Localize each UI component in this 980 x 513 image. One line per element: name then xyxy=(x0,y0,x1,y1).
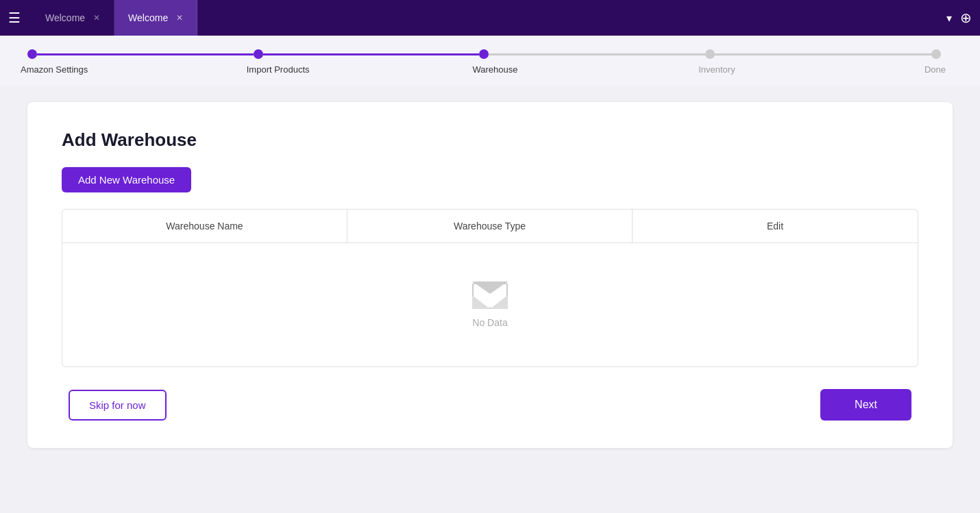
table-col-warehouse-type: Warehouse Type xyxy=(347,210,633,242)
step-inventory: Inventory xyxy=(705,49,931,75)
step-label-inventory: Inventory xyxy=(698,64,735,75)
envelope-flap xyxy=(472,281,508,294)
card: Add Warehouse Add New Warehouse Warehous… xyxy=(27,102,953,448)
step-warehouse: Warehouse xyxy=(479,49,705,75)
no-data-icon xyxy=(472,281,508,309)
step-label-done: Done xyxy=(924,64,946,75)
step-done: Done xyxy=(931,49,953,75)
no-data-label: No Data xyxy=(472,317,507,328)
warehouse-table: Warehouse Name Warehouse Type Edit No Da… xyxy=(62,209,918,367)
main-content: Add Warehouse Add New Warehouse Warehous… xyxy=(0,86,980,464)
table-col-edit: Edit xyxy=(633,210,918,242)
step-label-warehouse: Warehouse xyxy=(472,64,517,75)
step-label-import: Import Products xyxy=(247,64,310,75)
tab-label-1: Welcome xyxy=(45,12,85,23)
step-import-products: Import Products xyxy=(254,49,480,75)
add-new-warehouse-button[interactable]: Add New Warehouse xyxy=(62,167,191,192)
step-line-4 xyxy=(715,53,931,55)
dropdown-icon[interactable]: ▾ xyxy=(946,12,952,25)
tab-welcome-2[interactable]: Welcome ✕ xyxy=(114,0,197,36)
tab-close-2[interactable]: ✕ xyxy=(176,13,183,23)
envelope-fold-left xyxy=(472,295,490,309)
bottom-actions: Skip for now Next xyxy=(62,389,918,421)
tab-close-1[interactable]: ✕ xyxy=(93,13,100,23)
step-line-1 xyxy=(37,53,254,55)
step-dot-import xyxy=(254,49,263,59)
step-dot-warehouse xyxy=(479,49,489,59)
next-button[interactable]: Next xyxy=(820,389,911,421)
table-header: Warehouse Name Warehouse Type Edit xyxy=(62,210,918,243)
step-line-3 xyxy=(489,53,705,55)
step-dot-inventory xyxy=(705,49,715,59)
skip-for-now-button[interactable]: Skip for now xyxy=(69,390,167,421)
step-amazon-settings: Amazon Settings xyxy=(27,49,254,75)
step-dot-amazon xyxy=(27,49,37,59)
card-title: Add Warehouse xyxy=(62,129,918,151)
menu-icon[interactable]: ☰ xyxy=(8,10,21,26)
stepper: Amazon Settings Import Products Warehous… xyxy=(27,49,953,75)
globe-icon[interactable]: ⊕ xyxy=(960,10,972,26)
step-label-amazon: Amazon Settings xyxy=(21,64,88,75)
envelope-fold-right xyxy=(490,295,508,309)
topbar: ☰ Welcome ✕ Welcome ✕ ▾ ⊕ xyxy=(0,0,980,36)
stepper-container: Amazon Settings Import Products Warehous… xyxy=(0,36,980,86)
tab-welcome-1[interactable]: Welcome ✕ xyxy=(32,0,114,36)
tab-label-2: Welcome xyxy=(128,12,168,23)
topbar-right: ▾ ⊕ xyxy=(946,10,972,26)
table-body: No Data xyxy=(62,243,918,366)
table-col-warehouse-name: Warehouse Name xyxy=(62,210,347,242)
step-line-2 xyxy=(263,53,480,55)
step-dot-done xyxy=(931,49,941,59)
